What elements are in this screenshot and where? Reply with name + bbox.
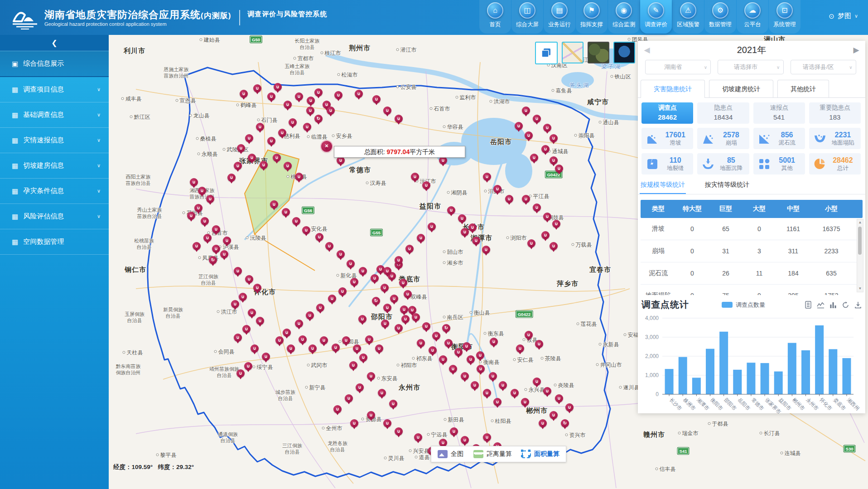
hazard-point-marker[interactable]: ∪ — [525, 131, 533, 140]
layers-icon[interactable] — [535, 42, 558, 64]
hazard-point-marker[interactable]: ∪ — [412, 313, 420, 321]
hazard-point-marker[interactable]: ∪ — [381, 320, 389, 328]
hazard-point-marker[interactable]: ∪ — [461, 228, 469, 236]
hazard-point-marker[interactable]: ∪ — [468, 223, 477, 232]
hazard-point-marker[interactable]: ∪ — [395, 324, 403, 332]
hazard-point-marker[interactable]: ∪ — [483, 173, 491, 181]
globe-basemap-thumbnail[interactable] — [613, 42, 635, 63]
hazard-point-marker[interactable]: ∪ — [550, 411, 558, 419]
bar-益阳市[interactable] — [774, 372, 783, 394]
hazard-point-marker[interactable]: ∪ — [429, 346, 437, 354]
hazard-point-marker[interactable]: ∪ — [383, 419, 391, 427]
hazard-point-marker[interactable]: ∪ — [315, 233, 323, 241]
hazard-point-marker[interactable]: ∪ — [541, 145, 550, 153]
hazard-point-marker[interactable]: ∪ — [482, 246, 490, 254]
sidebar-item-综合信息展示[interactable]: ▣综合信息展示 — [0, 51, 109, 77]
hazard-point-marker[interactable]: ∪ — [231, 300, 239, 308]
hazard-point-marker[interactable]: ∪ — [325, 242, 333, 250]
nav-item-调查评价[interactable]: ✎调查评价 — [640, 0, 672, 34]
county-select[interactable]: 请选择县/区∨ — [791, 60, 856, 74]
hazard-point-marker[interactable]: ∪ — [454, 348, 463, 356]
hazard-point-marker[interactable]: ∪ — [550, 242, 558, 250]
hazard-point-marker[interactable]: ∪ — [383, 304, 391, 312]
bar-娄底市[interactable] — [829, 349, 837, 394]
hazard-point-marker[interactable]: ∪ — [450, 427, 458, 436]
hazard-point-marker[interactable]: ∪ — [237, 144, 245, 152]
hazard-point-marker[interactable]: ∪ — [353, 344, 361, 353]
bar-衡阳市[interactable] — [706, 349, 714, 394]
hazard-point-marker[interactable]: ∪ — [389, 400, 397, 408]
tab-切坡建房统计[interactable]: 切坡建房统计 — [709, 80, 773, 97]
hazard-point-marker[interactable]: ∪ — [489, 372, 497, 380]
tab-灾害隐患统计[interactable]: 灾害隐患统计 — [641, 80, 705, 98]
hazard-point-marker[interactable]: ∪ — [240, 90, 248, 98]
hazard-point-marker[interactable]: ∪ — [203, 234, 212, 242]
hazard-point-marker[interactable]: ∪ — [193, 242, 201, 250]
hazard-point-marker[interactable]: ∪ — [187, 212, 195, 220]
bar-怀化市[interactable] — [815, 325, 824, 394]
hazard-point-marker[interactable]: ∪ — [278, 129, 286, 137]
bar-邵阳市[interactable] — [719, 332, 728, 394]
hazard-point-marker[interactable]: ∪ — [422, 322, 430, 330]
download-icon[interactable] — [854, 301, 862, 309]
hazard-point-marker[interactable]: ∪ — [516, 344, 524, 353]
stat-card-泥石流[interactable]: 856泥石流 — [753, 128, 805, 149]
hazard-point-marker[interactable]: ∪ — [541, 231, 550, 239]
hazard-point-marker[interactable]: ∪ — [533, 115, 541, 123]
hazard-point-marker[interactable]: ∪ — [320, 336, 328, 344]
stat-card-崩塌[interactable]: 2578崩塌 — [697, 128, 749, 149]
hazard-point-marker[interactable]: ∪ — [242, 325, 251, 333]
table-scrollbar[interactable]: ▲ ▼ — [857, 219, 863, 292]
hazard-point-marker[interactable]: ∪ — [522, 107, 530, 115]
hazard-point-marker[interactable]: ∪ — [359, 267, 367, 275]
sidebar-collapse-button[interactable]: ❮ — [0, 35, 109, 51]
hazard-point-marker[interactable]: ∪ — [295, 320, 303, 328]
hazard-point-marker[interactable]: ∪ — [533, 378, 541, 386]
hazard-point-marker[interactable]: ∪ — [483, 389, 491, 397]
hazard-point-marker[interactable]: ∪ — [521, 398, 529, 406]
hazard-point-marker[interactable]: ∪ — [253, 284, 261, 292]
hazard-point-marker[interactable]: ∪ — [372, 95, 381, 103]
hazard-point-marker[interactable]: ∪ — [395, 427, 403, 436]
hazard-point-marker[interactable]: ∪ — [251, 344, 259, 353]
hazard-point-marker[interactable]: ∪ — [274, 83, 282, 91]
subtab-按灾情等级统计[interactable]: 按灾情等级统计 — [704, 181, 750, 194]
hazard-point-marker[interactable]: ∪ — [356, 383, 364, 392]
hazard-point-marker[interactable]: ∪ — [350, 278, 358, 286]
hazard-point-marker[interactable]: ∪ — [404, 290, 412, 298]
hazard-point-marker[interactable]: ∪ — [365, 335, 373, 344]
chart-legend[interactable]: 调查点数量 — [722, 301, 765, 309]
hazard-point-marker[interactable]: ∪ — [332, 344, 340, 352]
hazard-point-marker[interactable]: ∪ — [359, 353, 367, 362]
hazard-point-marker[interactable]: ∪ — [565, 403, 574, 412]
hazard-point-marker[interactable]: ∪ — [227, 174, 236, 182]
hazard-point-marker[interactable]: ∪ — [543, 124, 551, 132]
stat-card-速报点[interactable]: 速报点541 — [753, 102, 805, 124]
hazard-point-marker[interactable]: ∪ — [422, 181, 430, 189]
hazard-point-marker[interactable]: ∪ — [476, 351, 484, 359]
subtab-按规模等级统计[interactable]: 按规模等级统计 — [640, 181, 686, 194]
hazard-point-marker[interactable]: ∪ — [375, 344, 383, 353]
nav-item-系统管理[interactable]: ⊡系统管理 — [769, 0, 800, 34]
hazard-point-marker[interactable]: ∪ — [381, 284, 389, 292]
hazard-point-marker[interactable]: ∪ — [499, 381, 507, 389]
hazard-point-marker[interactable]: ∪ — [399, 279, 407, 287]
hazard-point-marker[interactable]: ∪ — [299, 335, 307, 344]
sidebar-item-切坡建房信息[interactable]: ▦切坡建房信息∨ — [0, 153, 109, 179]
hazard-point-marker[interactable]: ∪ — [472, 237, 480, 245]
hazard-point-marker[interactable]: ∪ — [333, 405, 342, 413]
hazard-point-marker[interactable]: ∪ — [543, 213, 551, 221]
hazard-point-marker[interactable]: ∪ — [414, 433, 422, 441]
hazard-point-marker[interactable]: ∪ — [395, 256, 403, 264]
hazard-point-marker[interactable]: ∪ — [477, 365, 485, 373]
hazard-point-marker[interactable]: ∪ — [463, 342, 471, 350]
sidebar-item-调查项目信息[interactable]: ▦调查项目信息∨ — [0, 77, 109, 102]
hazard-point-marker[interactable]: ∪ — [350, 419, 358, 427]
hazard-point-marker[interactable]: ∪ — [245, 134, 253, 142]
hazard-point-marker[interactable]: ∪ — [461, 436, 469, 444]
scroll-down-icon[interactable]: ▼ — [857, 286, 863, 291]
line-chart-icon[interactable] — [817, 301, 825, 309]
bar-湘西州[interactable] — [842, 358, 851, 394]
map-tool-全图[interactable]: 全图 — [438, 450, 463, 458]
hazard-point-marker[interactable]: ∪ — [248, 309, 256, 317]
